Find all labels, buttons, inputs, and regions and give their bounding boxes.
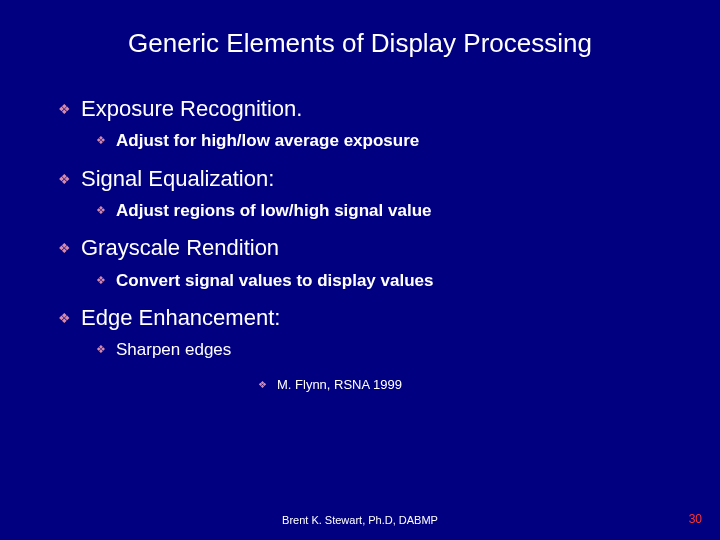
subitem-label: Adjust for high/low average exposure — [116, 130, 419, 151]
list-subitem: ❖ Adjust regions of low/high signal valu… — [96, 200, 680, 221]
diamond-icon: ❖ — [258, 380, 267, 390]
citation-line: ❖ M. Flynn, RSNA 1999 — [258, 377, 680, 392]
subitem-label: Adjust regions of low/high signal value — [116, 200, 431, 221]
list-item: ❖ Grayscale Rendition — [58, 235, 680, 261]
diamond-icon: ❖ — [96, 344, 106, 355]
subitem-label: Convert signal values to display values — [116, 270, 433, 291]
diamond-icon: ❖ — [58, 311, 71, 325]
diamond-icon: ❖ — [58, 241, 71, 255]
slide-content: ❖ Exposure Recognition. ❖ Adjust for hig… — [58, 96, 680, 392]
slide-title: Generic Elements of Display Processing — [0, 28, 720, 59]
footer-page-number: 30 — [689, 512, 702, 526]
list-subitem: ❖ Adjust for high/low average exposure — [96, 130, 680, 151]
item-label: Exposure Recognition. — [81, 96, 302, 122]
item-label: Edge Enhancement: — [81, 305, 280, 331]
citation-text: M. Flynn, RSNA 1999 — [277, 377, 402, 392]
item-label: Grayscale Rendition — [81, 235, 279, 261]
diamond-icon: ❖ — [96, 275, 106, 286]
footer-author: Brent K. Stewart, Ph.D, DABMP — [0, 514, 720, 526]
diamond-icon: ❖ — [96, 135, 106, 146]
list-item: ❖ Edge Enhancement: — [58, 305, 680, 331]
list-item: ❖ Exposure Recognition. — [58, 96, 680, 122]
list-subitem: ❖ Convert signal values to display value… — [96, 270, 680, 291]
list-subitem: ❖ Sharpen edges — [96, 339, 680, 360]
diamond-icon: ❖ — [58, 172, 71, 186]
list-item: ❖ Signal Equalization: — [58, 166, 680, 192]
diamond-icon: ❖ — [58, 102, 71, 116]
subitem-label: Sharpen edges — [116, 339, 231, 360]
item-label: Signal Equalization: — [81, 166, 274, 192]
diamond-icon: ❖ — [96, 205, 106, 216]
